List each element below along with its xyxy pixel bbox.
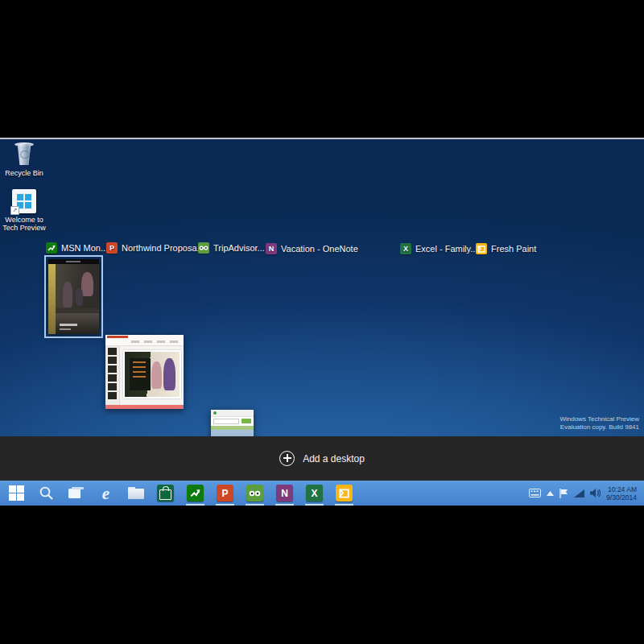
system-tray: 10:24 AM 9/30/2014	[529, 481, 644, 506]
add-desktop-bar: Add a desktop	[0, 436, 644, 481]
task-view-label-tripadvisor[interactable]: TripAdvisor...	[198, 242, 265, 254]
desktop-icon-welcome[interactable]: ↗ Welcome to Tech Preview	[2, 189, 47, 232]
network-icon[interactable]	[574, 489, 584, 497]
add-desktop-button[interactable]: Add a desktop	[279, 451, 365, 466]
desktop-background[interactable]: Recycle Bin ↗ Welcome to Tech Preview MS…	[0, 139, 644, 436]
volume-icon[interactable]	[590, 489, 601, 497]
tripadvisor-taskbar-button[interactable]	[240, 481, 270, 506]
recycle-bin-icon	[14, 142, 35, 167]
desktop-icon-recycle-bin[interactable]: Recycle Bin	[2, 142, 47, 177]
fresh-paint-icon	[476, 243, 487, 254]
task-view-label-powerpoint[interactable]: P Northwind Proposa...	[106, 242, 204, 254]
preview-figure	[81, 272, 93, 296]
window-title: Fresh Paint	[491, 244, 536, 254]
taskbar-buttons: e P	[0, 481, 359, 506]
store-button[interactable]	[151, 481, 180, 506]
task-view-window-powerpoint[interactable]	[105, 335, 184, 409]
preview-decor	[105, 405, 184, 409]
show-hidden-icons-chevron[interactable]	[547, 491, 554, 496]
onenote-icon: N	[266, 243, 277, 254]
onenote-taskbar-button[interactable]: N	[270, 481, 299, 506]
start-button[interactable]	[2, 481, 31, 506]
internet-explorer-icon: e	[102, 485, 109, 502]
task-view-label-msn-money[interactable]: MSN Mon...	[46, 242, 108, 254]
recycle-symbol	[20, 151, 30, 159]
letterbox-bottom	[0, 506, 644, 644]
shortcut-arrow-icon: ↗	[10, 206, 19, 215]
preview-decor	[48, 264, 56, 334]
touch-keyboard-icon[interactable]	[529, 489, 541, 497]
powerpoint-taskbar-button[interactable]: P	[210, 481, 240, 506]
build-watermark: Windows Technical Preview Evaluation cop…	[559, 415, 639, 431]
action-center-flag-icon[interactable]	[559, 489, 568, 498]
msn-money-icon	[46, 242, 57, 254]
clock-date: 9/30/2014	[606, 493, 637, 502]
window-title: Vacation - OneNote	[281, 244, 358, 254]
onenote-icon: N	[276, 485, 293, 502]
search-icon	[39, 485, 54, 501]
file-explorer-icon	[128, 487, 144, 499]
task-view-label-fresh-paint[interactable]: Fresh Paint	[476, 242, 536, 255]
excel-icon: X	[400, 243, 411, 254]
excel-icon: X	[306, 485, 323, 502]
preview-figure	[76, 288, 83, 306]
window-title: Excel - Family...	[415, 244, 477, 254]
screen: Recycle Bin ↗ Welcome to Tech Preview MS…	[0, 0, 644, 644]
msn-money-icon	[187, 485, 204, 502]
watermark-line1: Windows Technical Preview	[559, 415, 639, 423]
plus-circle-icon	[279, 451, 295, 466]
window-title: Northwind Proposa...	[122, 243, 204, 253]
internet-explorer-button[interactable]: e	[91, 481, 121, 506]
task-view-icon	[68, 487, 84, 499]
preview-photo	[125, 352, 180, 397]
task-view-window-msn-money[interactable]	[48, 259, 99, 334]
task-view-label-onenote[interactable]: N Vacation - OneNote	[266, 242, 358, 255]
preview-search-box	[213, 419, 239, 424]
preview-menu-card	[130, 358, 151, 390]
store-icon	[157, 485, 174, 502]
msn-money-taskbar-button[interactable]	[180, 481, 210, 506]
task-view-button[interactable]	[61, 481, 91, 506]
excel-taskbar-button[interactable]: X	[299, 481, 329, 506]
watermark-line2: Evaluation copy. Build 9841	[559, 423, 639, 431]
welcome-tile-icon: ↗	[12, 189, 36, 213]
tripadvisor-icon	[246, 485, 263, 502]
powerpoint-icon: P	[106, 242, 118, 254]
windows-start-icon	[9, 485, 24, 501]
powerpoint-icon: P	[217, 485, 233, 502]
recycle-bin-label: Recycle Bin	[2, 169, 47, 177]
preview-figure	[63, 282, 72, 308]
file-explorer-button[interactable]	[121, 481, 151, 506]
welcome-label-line2: Tech Preview	[2, 224, 46, 232]
preview-button	[242, 419, 251, 423]
add-desktop-label: Add a desktop	[303, 453, 365, 464]
fresh-paint-icon	[336, 485, 353, 502]
preview-titlebar	[211, 410, 254, 417]
tripadvisor-icon	[198, 242, 209, 254]
preview-caption	[60, 328, 71, 330]
clock-time: 10:24 AM	[606, 485, 637, 493]
preview-caption	[60, 324, 77, 326]
taskbar-clock[interactable]: 10:24 AM 9/30/2014	[606, 485, 637, 502]
preview-slide-filmstrip	[105, 346, 120, 405]
window-title: TripAdvisor...	[213, 243, 265, 253]
search-button[interactable]	[31, 481, 61, 506]
preview-figure	[163, 358, 175, 390]
preview-figure	[151, 361, 162, 389]
fresh-paint-taskbar-button[interactable]	[329, 481, 359, 506]
window-title: MSN Mon...	[61, 243, 108, 253]
letterbox-top	[0, 0, 644, 138]
welcome-label-line1: Welcome to	[5, 216, 43, 224]
preview-ribbon	[105, 335, 184, 346]
taskbar: e P	[0, 481, 644, 507]
preview-slide	[123, 350, 181, 398]
task-view-label-excel[interactable]: X Excel - Family...	[400, 242, 477, 255]
